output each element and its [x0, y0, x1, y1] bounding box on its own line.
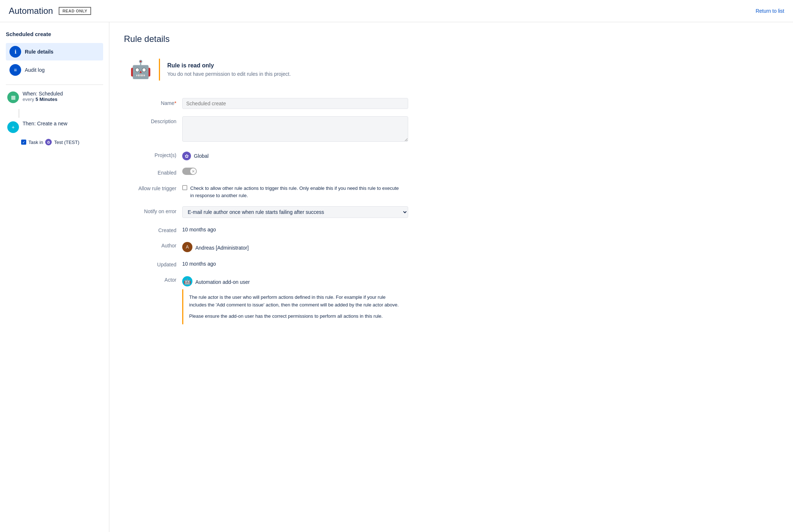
notify-row: Notify on error E-mail rule author once … [124, 206, 778, 218]
required-marker: * [175, 100, 176, 106]
author-control: A Andreas [Administrator] [182, 240, 408, 252]
allow-trigger-row: Allow rule trigger Check to allow other … [124, 183, 778, 199]
enabled-row: Enabled ✕ [124, 168, 778, 176]
page-title: Automation [9, 6, 53, 16]
name-control [182, 98, 408, 109]
audit-log-icon: ≡ [9, 64, 21, 76]
sidebar-divider [6, 85, 103, 85]
created-label: Created [124, 225, 182, 233]
action-title: Then: Create a new [23, 121, 103, 126]
checkbox-row: Check to allow other rule actions to tri… [182, 183, 408, 199]
info-paragraph-1: The rule actor is the user who will perf… [189, 294, 402, 309]
connector [6, 109, 103, 118]
updated-value: 10 months ago [182, 259, 408, 267]
notice-content: Rule is read only You do not have permis… [167, 62, 291, 77]
project-name: Global [194, 153, 208, 159]
author-row: Author A Andreas [Administrator] [124, 240, 778, 252]
author-avatar: A [182, 242, 192, 252]
author-row-content: A Andreas [Administrator] [182, 240, 408, 252]
description-control [182, 116, 408, 143]
notify-label: Notify on error [124, 206, 182, 214]
action-sub-label: Task in [28, 140, 43, 145]
connector-line [19, 109, 19, 118]
project-icon-small: ✿ [45, 139, 52, 145]
action-icon: + [7, 121, 19, 133]
notify-select[interactable]: E-mail rule author once when rule starts… [182, 206, 408, 218]
action-sub-row: Task in ✿ Test (TEST) [6, 139, 103, 145]
description-input[interactable] [182, 116, 408, 142]
trigger-subtitle: every 5 Minutes [23, 97, 103, 102]
enabled-control: ✕ [182, 168, 408, 176]
action-item: + Then: Create a new Task in ✿ Test (TES… [6, 121, 103, 145]
page-wrapper: Automation READ ONLY Return to list Sche… [0, 0, 793, 532]
updated-label: Updated [124, 259, 182, 267]
enabled-label: Enabled [124, 168, 182, 176]
action-trigger-row: + Then: Create a new [6, 121, 103, 133]
projects-label: Project(s) [124, 150, 182, 158]
action-project-name: Test (TEST) [54, 140, 79, 145]
rule-details-label: Rule details [25, 49, 54, 55]
sidebar-item-audit-log[interactable]: ≡ Audit log [6, 61, 103, 79]
audit-log-label: Audit log [25, 67, 44, 73]
rule-details-icon: ℹ [9, 46, 21, 58]
notice-title: Rule is read only [167, 62, 291, 69]
created-control: 10 months ago [182, 225, 408, 232]
toggle-thumb: ✕ [190, 168, 196, 174]
allow-trigger-control: Check to allow other rule actions to tri… [182, 183, 408, 199]
name-label: Name* [124, 98, 182, 106]
toggle-x-icon: ✕ [192, 169, 195, 173]
trigger-title: When: Scheduled [23, 91, 103, 97]
content-area: Scheduled create ℹ Rule details ≡ Audit … [0, 22, 793, 532]
trigger-subtitle-value: 5 Minutes [35, 97, 57, 102]
name-row: Name* [124, 98, 778, 109]
sidebar: Scheduled create ℹ Rule details ≡ Audit … [0, 22, 109, 532]
actor-control: 🤖 Automation add-on user The rule actor … [182, 275, 408, 324]
allow-trigger-checkbox[interactable] [182, 185, 187, 190]
allow-trigger-text: Check to allow other rule actions to tri… [190, 185, 402, 199]
notice-text: You do not have permission to edit rules… [167, 71, 291, 77]
return-to-list-link[interactable]: Return to list [755, 8, 784, 14]
description-label: Description [124, 116, 182, 124]
projects-row: Project(s) ✿ Global [124, 150, 778, 160]
name-input[interactable] [182, 98, 408, 109]
updated-control: 10 months ago [182, 259, 408, 267]
projects-control: ✿ Global [182, 150, 408, 160]
readonly-notice: 🤖 Rule is read only You do not have perm… [124, 53, 778, 86]
action-content: Then: Create a new [23, 121, 103, 126]
trigger-subtitle-prefix: every [23, 97, 35, 102]
actor-row-content: 🤖 Automation add-on user [182, 275, 408, 286]
updated-row: Updated 10 months ago [124, 259, 778, 267]
main-title: Rule details [124, 34, 778, 44]
notice-divider [159, 59, 160, 81]
allow-trigger-label: Allow rule trigger [124, 183, 182, 191]
notify-control: E-mail rule author once when rule starts… [182, 206, 408, 218]
trigger-item: ▦ When: Scheduled every 5 Minutes [6, 91, 103, 103]
main-content: Rule details 🤖 Rule is read only You do … [109, 22, 793, 532]
description-row: Description [124, 116, 778, 143]
actor-row: Actor 🤖 Automation add-on user The rule … [124, 275, 778, 324]
info-paragraph-2: Please ensure the add-on user has the co… [189, 313, 402, 320]
header: Automation READ ONLY Return to list [0, 0, 793, 22]
created-value: 10 months ago [182, 225, 408, 232]
actor-label: Actor [124, 275, 182, 283]
author-label: Author [124, 240, 182, 249]
rule-form: Name* Description Project(s) [124, 98, 778, 324]
enabled-toggle[interactable]: ✕ [182, 168, 197, 175]
sidebar-item-rule-details[interactable]: ℹ Rule details [6, 43, 103, 60]
actor-avatar: 🤖 [182, 276, 192, 286]
actor-info-box: The rule actor is the user who will perf… [182, 289, 408, 324]
sidebar-section-title: Scheduled create [6, 31, 103, 37]
trigger-content: When: Scheduled every 5 Minutes [23, 91, 103, 102]
robot-icon: 🤖 [130, 61, 152, 78]
toggle-track[interactable]: ✕ [182, 168, 197, 175]
action-checkbox-icon [21, 140, 26, 145]
actor-name: Automation add-on user [195, 278, 250, 285]
project-badge: ✿ [182, 152, 191, 160]
created-row: Created 10 months ago [124, 225, 778, 233]
project-value: ✿ Global [182, 150, 408, 160]
trigger-icon: ▦ [7, 91, 19, 103]
read-only-badge: READ ONLY [59, 7, 91, 15]
author-name: Andreas [Administrator] [195, 243, 249, 251]
